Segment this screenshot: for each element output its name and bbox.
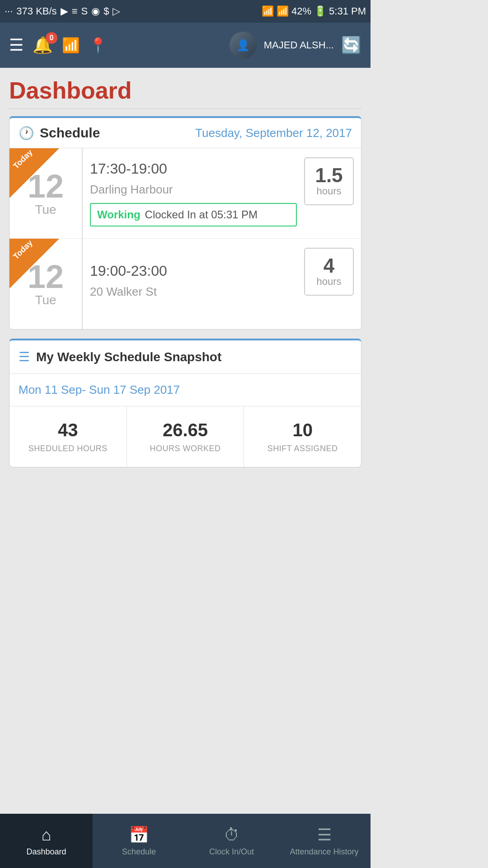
nav-item-schedule[interactable]: 📅 Schedule: [93, 814, 185, 868]
shift-location-1: Darling Harbour: [90, 183, 297, 197]
header-left: ☰ 🔔 0 📶 📍: [9, 36, 107, 55]
dots-icon: ···: [5, 5, 13, 17]
schedule-header-left: 🕐 Schedule: [19, 125, 100, 141]
stat-worked-label: HOURS WORKED: [150, 444, 221, 453]
snapshot-title: My Weekly Schedule Snapshot: [36, 350, 221, 364]
stat-assigned-num: 10: [292, 420, 313, 440]
notification-badge: 0: [46, 32, 57, 44]
page-content: Dashboard 🕐 Schedule Tuesday, September …: [0, 68, 371, 544]
s-icon: S: [81, 5, 88, 17]
snapshot-stat-scheduled: 43 SHEDULED HOURS: [9, 406, 127, 467]
nav-label-dashboard: Dashboard: [26, 847, 66, 857]
bell-container[interactable]: 🔔 0: [33, 36, 53, 55]
shift-item-1[interactable]: Today 12 Tue 17:30-19:00 Darling Harbour…: [9, 148, 361, 239]
shift-details-2: 19:00-23:00 20 Walker St: [83, 239, 304, 329]
wifi-header-icon: 📶: [62, 37, 80, 54]
shift-hours-box-1: 1.5 hours: [304, 157, 354, 205]
network-speed: 373 KB/s: [16, 5, 56, 17]
status-bar-left: ··· 373 KB/s ▶ ≡ S ◉ $ ▷: [5, 5, 120, 17]
shift-status-label-1: Working: [97, 208, 141, 221]
youtube-icon: ▷: [113, 5, 120, 17]
snapshot-week: Mon 11 Sep- Sun 17 Sep 2017: [9, 374, 361, 406]
shift-day-name-2: Tue: [35, 293, 56, 307]
location-icon: 📍: [89, 37, 107, 54]
shift-day-name-1: Tue: [35, 203, 56, 217]
avatar[interactable]: 👤: [230, 32, 257, 59]
stat-scheduled-num: 43: [58, 420, 78, 440]
shift-details-1: 17:30-19:00 Darling Harbour Working Cloc…: [83, 148, 304, 238]
shift-location-2: 20 Walker St: [90, 285, 297, 299]
snapshot-body: Mon 11 Sep- Sun 17 Sep 2017 43 SHEDULED …: [9, 374, 361, 467]
snapshot-stat-worked: 26.65 HOURS WORKED: [127, 406, 244, 467]
schedule-date: Tuesday, September 12, 2017: [195, 126, 352, 140]
eye-icon: ◉: [91, 5, 100, 17]
refresh-button[interactable]: 🔄: [341, 36, 361, 55]
snapshot-stats: 43 SHEDULED HOURS 26.65 HOURS WORKED 10 …: [9, 406, 361, 467]
shift-date-block-1: 12 Tue: [9, 148, 82, 238]
snapshot-list-icon: ☰: [19, 349, 30, 364]
shift-item-2[interactable]: Today 12 Tue 19:00-23:00 20 Walker St 4 …: [9, 239, 361, 329]
battery-level: 42%: [291, 5, 311, 17]
attendance-icon: ☰: [317, 826, 332, 844]
user-name: MAJED ALSH...: [264, 39, 334, 51]
shift-date-block-2: 12 Tue: [9, 239, 82, 329]
wifi-status-icon: 📶: [262, 5, 274, 17]
shift-day-num-1: 12: [28, 170, 64, 203]
shift-hours-num-1: 1.5: [315, 165, 343, 185]
shift-hours-num-2: 4: [324, 256, 334, 276]
stat-worked-num: 26.65: [163, 420, 208, 440]
timer-icon: ⏱: [224, 826, 240, 844]
clock-icon: 🕐: [19, 126, 34, 141]
snapshot-header: ☰ My Weekly Schedule Snapshot: [9, 340, 361, 374]
calendar-icon: 📅: [129, 826, 149, 844]
page-title: Dashboard: [9, 68, 361, 108]
status-bar-right: 📶 📶 42% 🔋 5:31 PM: [262, 5, 366, 17]
battery-icon: 🔋: [314, 5, 326, 17]
app-header: ☰ 🔔 0 📶 📍 👤 MAJED ALSH... 🔄: [0, 23, 371, 68]
home-icon: ⌂: [42, 826, 52, 844]
nav-label-attendance: Attendance History: [290, 847, 358, 857]
nav-item-attendance[interactable]: ☰ Attendance History: [278, 814, 371, 868]
nav-label-clockinout: Clock In/Out: [209, 847, 254, 857]
snapshot-card: ☰ My Weekly Schedule Snapshot Mon 11 Sep…: [9, 339, 361, 467]
shift-time-2: 19:00-23:00: [90, 263, 297, 279]
shift-day-num-2: 12: [28, 260, 64, 293]
shift-hours-label-1: hours: [316, 185, 341, 197]
schedule-label: Schedule: [40, 125, 100, 141]
clock-status: 5:31 PM: [329, 5, 366, 17]
status-bar: ··· 373 KB/s ▶ ≡ S ◉ $ ▷ 📶 📶 42% 🔋 5:31 …: [0, 0, 371, 23]
signal-icon: 📶: [277, 5, 289, 17]
schedule-card-header: 🕐 Schedule Tuesday, September 12, 2017: [9, 118, 361, 148]
nav-item-clockinout[interactable]: ⏱ Clock In/Out: [185, 814, 278, 868]
bottom-nav: ⌂ Dashboard 📅 Schedule ⏱ Clock In/Out ☰ …: [0, 814, 371, 868]
nav-label-schedule: Schedule: [122, 847, 156, 857]
stat-scheduled-label: SHEDULED HOURS: [28, 444, 108, 453]
title-divider: [9, 108, 361, 109]
snapshot-stat-assigned: 10 SHIFT ASSIGNED: [244, 406, 361, 467]
nav-item-dashboard[interactable]: ⌂ Dashboard: [0, 814, 93, 868]
stat-assigned-label: SHIFT ASSIGNED: [267, 444, 338, 453]
header-right: 👤 MAJED ALSH... 🔄: [230, 32, 361, 59]
shift-status-1: Working Clocked In at 05:31 PM: [90, 203, 297, 226]
list-icon: ≡: [72, 5, 78, 17]
video-icon: ▶: [61, 5, 68, 17]
schedule-card: 🕐 Schedule Tuesday, September 12, 2017 T…: [9, 116, 361, 330]
dollar-icon: $: [103, 5, 109, 17]
menu-button[interactable]: ☰: [9, 36, 23, 55]
shift-hours-box-2: 4 hours: [304, 248, 354, 296]
shift-status-text-1: Clocked In at 05:31 PM: [145, 208, 258, 221]
shift-time-1: 17:30-19:00: [90, 160, 297, 177]
shift-hours-label-2: hours: [316, 276, 341, 288]
